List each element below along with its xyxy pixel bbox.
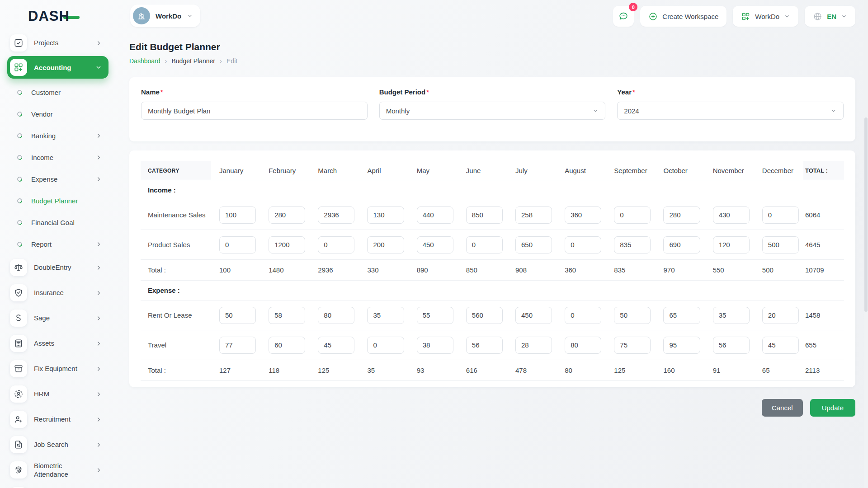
rent-or-lease-august-input[interactable] (565, 307, 601, 324)
product-sales-july-input[interactable] (515, 236, 552, 253)
sidebar-item-insurance[interactable]: Insurance (0, 280, 108, 305)
rent-or-lease-february-input[interactable] (269, 307, 305, 324)
sidebar-item-banking[interactable]: Banking (0, 125, 108, 146)
workspace-menu-button[interactable]: WorkDo (733, 6, 798, 27)
dash-logo[interactable]: DASH (28, 8, 80, 24)
maintenance-sales-march-input[interactable] (318, 206, 354, 224)
sidebar-item-hrm[interactable]: HRM (0, 381, 108, 407)
maintenance-sales-august-input[interactable] (565, 206, 601, 224)
maintenance-sales-june-input[interactable] (466, 206, 503, 224)
building-icon (137, 11, 146, 21)
person-scan-icon (10, 385, 27, 403)
maintenance-sales-may-input[interactable] (417, 206, 453, 224)
checkbox-icon (10, 34, 27, 52)
sidebar-item-accounting[interactable]: Accounting (7, 56, 108, 79)
product-sales-december-input[interactable] (762, 236, 799, 253)
month-cell (211, 230, 260, 259)
travel-december-input[interactable] (762, 337, 799, 354)
maintenance-sales-october-input[interactable] (663, 206, 700, 224)
sidebar-item-income[interactable]: Income (0, 146, 108, 168)
row-total: 1458 (803, 300, 844, 330)
breadcrumb-budget-planner[interactable]: Budget Planner (172, 57, 216, 65)
messages-button[interactable]: 0 (613, 6, 634, 27)
travel-june-input[interactable] (466, 337, 503, 354)
product-sales-january-input[interactable] (219, 236, 256, 253)
scrollbar-thumb[interactable] (864, 117, 868, 312)
maintenance-sales-september-input[interactable] (614, 206, 651, 224)
product-sales-august-input[interactable] (565, 236, 601, 253)
rent-or-lease-june-input[interactable] (466, 307, 503, 324)
name-input[interactable] (141, 102, 368, 120)
maintenance-sales-december-input[interactable] (762, 206, 799, 224)
product-sales-march-input[interactable] (318, 236, 354, 253)
maintenance-sales-april-input[interactable] (367, 206, 404, 224)
rent-or-lease-april-input[interactable] (367, 307, 404, 324)
travel-march-input[interactable] (318, 337, 354, 354)
product-sales-november-input[interactable] (713, 236, 750, 253)
grand-total: 10709 (803, 260, 844, 280)
travel-august-input[interactable] (565, 337, 601, 354)
travel-january-input[interactable] (219, 337, 256, 354)
total-row-label: Total : (141, 260, 211, 280)
sidebar-item-doubleentry[interactable]: DoubleEntry (0, 255, 108, 280)
travel-may-input[interactable] (417, 337, 453, 354)
travel-april-input[interactable] (367, 337, 404, 354)
sidebar-item-customer[interactable]: Customer (0, 81, 108, 103)
travel-october-input[interactable] (663, 337, 700, 354)
month-cell (606, 230, 655, 259)
maintenance-sales-january-input[interactable] (219, 206, 256, 224)
sidebar-item-vendor[interactable]: Vendor (0, 103, 108, 125)
rent-or-lease-march-input[interactable] (318, 307, 354, 324)
product-sales-september-input[interactable] (614, 236, 651, 253)
sidebar-item-recruitment[interactable]: Recruitment (0, 407, 108, 432)
rent-or-lease-december-input[interactable] (762, 307, 799, 324)
maintenance-sales-july-input[interactable] (515, 206, 552, 224)
rent-or-lease-may-input[interactable] (417, 307, 453, 324)
sidebar-item-projects[interactable]: Projects (0, 33, 108, 53)
sage-s-icon (10, 310, 27, 327)
product-sales-june-input[interactable] (466, 236, 503, 253)
travel-february-input[interactable] (269, 337, 305, 354)
maintenance-sales-november-input[interactable] (713, 206, 750, 224)
rent-or-lease-september-input[interactable] (614, 307, 651, 324)
rent-or-lease-november-input[interactable] (713, 307, 750, 324)
globe-icon (813, 12, 822, 21)
sidebar-item-report[interactable]: Report (0, 233, 108, 255)
sidebar-item-budget-planner[interactable]: Budget Planner (0, 190, 108, 211)
month-cell (557, 330, 606, 360)
sidebar-item-fix-equipment[interactable]: Fix Equipment (0, 356, 108, 381)
page-scrollbar[interactable] (864, 0, 868, 488)
product-sales-october-input[interactable] (663, 236, 700, 253)
rent-or-lease-july-input[interactable] (515, 307, 552, 324)
language-selector[interactable]: EN (805, 6, 855, 27)
maintenance-sales-february-input[interactable] (269, 206, 305, 224)
travel-november-input[interactable] (713, 337, 750, 354)
sidebar-item-financial-goal[interactable]: Financial Goal (0, 211, 108, 233)
month-cell (260, 330, 310, 360)
rent-or-lease-october-input[interactable] (663, 307, 700, 324)
row-label: Travel (141, 330, 211, 360)
fingerprint-icon (10, 461, 27, 479)
breadcrumb-separator: › (220, 57, 222, 65)
budget-period-select[interactable]: Monthly (379, 102, 606, 120)
rent-or-lease-january-input[interactable] (219, 307, 256, 324)
breadcrumb-dashboard[interactable]: Dashboard (129, 57, 160, 65)
product-sales-april-input[interactable] (367, 236, 404, 253)
cancel-button[interactable]: Cancel (762, 399, 803, 417)
total-cell: 330 (359, 260, 408, 280)
sidebar-item-job-search[interactable]: Job Search (0, 432, 108, 457)
product-sales-february-input[interactable] (269, 236, 305, 253)
sidebar-item-sage[interactable]: Sage (0, 305, 108, 331)
update-button[interactable]: Update (810, 399, 855, 417)
messages-badge: 0 (629, 3, 637, 11)
create-workspace-button[interactable]: Create Workspace (640, 6, 726, 27)
workspace-selector[interactable]: WorkDo (130, 5, 200, 27)
sidebar-item-assets[interactable]: Assets (0, 331, 108, 356)
sidebar-item-expense[interactable]: Expense (0, 168, 108, 190)
travel-july-input[interactable] (515, 337, 552, 354)
budget-row-travel: Travel655 (141, 330, 844, 360)
product-sales-may-input[interactable] (417, 236, 453, 253)
sidebar-item-biometric-attendance[interactable]: Biometric Attendance (0, 457, 108, 483)
year-select[interactable]: 2024 (617, 102, 844, 120)
travel-september-input[interactable] (614, 337, 651, 354)
